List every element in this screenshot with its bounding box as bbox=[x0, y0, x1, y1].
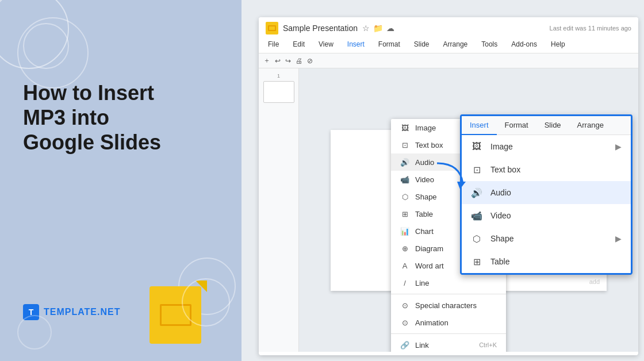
menu-edit[interactable]: Edit bbox=[290, 39, 307, 49]
menu-bar: File Edit View Insert Format Slide Arran… bbox=[266, 37, 631, 53]
arrow-annotation bbox=[431, 158, 471, 194]
title-icons: ☆ 📁 ☁ bbox=[362, 24, 394, 33]
slide-number: 1 bbox=[263, 73, 294, 79]
logo-text: TEMPLATE.NET bbox=[44, 307, 120, 317]
dd-line[interactable]: / Line bbox=[391, 274, 506, 291]
dd-special-chars[interactable]: ⊙ Special characters bbox=[391, 297, 506, 314]
left-panel: How to Insert MP3 into Google Slides T T… bbox=[0, 0, 241, 361]
divider-2 bbox=[391, 333, 506, 334]
slide-panel: 1 bbox=[259, 68, 299, 352]
slides-logo-inner bbox=[268, 25, 276, 31]
svg-marker-0 bbox=[457, 182, 466, 189]
menu-file[interactable]: File bbox=[266, 39, 281, 49]
toolbar-cursor[interactable]: ⊘ bbox=[307, 57, 313, 65]
toolbar-undo[interactable]: ↩ bbox=[275, 57, 281, 65]
bm-shape-icon: ⬡ bbox=[471, 233, 482, 244]
bm-image[interactable]: 🖼 Image ▶ bbox=[462, 135, 631, 158]
toolbar-plus[interactable]: ＋ bbox=[263, 56, 270, 66]
menu-help[interactable]: Help bbox=[549, 39, 568, 49]
image-icon: 🖼 bbox=[400, 123, 409, 132]
blue-tab-format[interactable]: Format bbox=[497, 116, 536, 135]
title-row: Sample Presentation ☆ 📁 ☁ Last edit was … bbox=[266, 22, 631, 34]
slide-thumbnail bbox=[263, 81, 294, 103]
bm-textbox[interactable]: ⊡ Text box bbox=[462, 158, 631, 181]
blue-menu: Insert Format Slide Arrange 🖼 Image ▶ ⊡ … bbox=[460, 114, 632, 275]
bm-textbox-icon: ⊡ bbox=[471, 164, 482, 175]
animation-icon: ⊙ bbox=[400, 318, 409, 327]
menu-addons[interactable]: Add-ons bbox=[509, 39, 539, 49]
dd-link[interactable]: 🔗 Link Ctrl+K bbox=[391, 336, 506, 352]
menu-insert[interactable]: Insert bbox=[345, 39, 367, 49]
file-icon bbox=[150, 281, 207, 344]
blue-tab-insert[interactable]: Insert bbox=[462, 116, 497, 135]
menu-arrange[interactable]: Arrange bbox=[441, 39, 470, 49]
audio-icon: 🔊 bbox=[400, 158, 409, 167]
bm-image-arrow: ▶ bbox=[615, 142, 622, 151]
slides-window: Sample Presentation ☆ 📁 ☁ Last edit was … bbox=[259, 17, 638, 355]
slides-logo bbox=[266, 22, 278, 34]
special-chars-icon: ⊙ bbox=[400, 301, 409, 310]
deco-circle-1 bbox=[0, 0, 69, 69]
link-shortcut: Ctrl+K bbox=[479, 341, 497, 348]
deco-circle-2 bbox=[23, 23, 69, 69]
main-title: How to Insert MP3 into Google Slides bbox=[23, 80, 161, 155]
bm-video-icon: 📹 bbox=[471, 210, 482, 221]
bm-image-icon: 🖼 bbox=[471, 141, 482, 152]
menu-tools[interactable]: Tools bbox=[479, 39, 500, 49]
bm-audio-icon: 🔊 bbox=[471, 187, 482, 198]
line-icon: / bbox=[400, 278, 409, 287]
main-area: 1 Click to add title Click to add subtit… bbox=[259, 68, 638, 352]
divider-1 bbox=[391, 294, 506, 294]
diagram-icon: ⊕ bbox=[400, 244, 409, 253]
star-icon[interactable]: ☆ bbox=[362, 24, 370, 33]
menu-format[interactable]: Format bbox=[376, 39, 402, 49]
bm-video[interactable]: 📹 Video bbox=[462, 204, 631, 227]
logo-box: T bbox=[23, 304, 39, 320]
toolbar: ＋ ↩ ↪ 🖨 ⊘ bbox=[259, 53, 638, 68]
title-bar: Sample Presentation ☆ 📁 ☁ Last edit was … bbox=[259, 17, 638, 53]
link-icon: 🔗 bbox=[400, 340, 409, 350]
bottom-section: T TEMPLATE.NET bbox=[23, 281, 218, 344]
blue-tab-slide[interactable]: Slide bbox=[536, 116, 569, 135]
toolbar-print[interactable]: 🖨 bbox=[296, 57, 302, 65]
dd-animation[interactable]: ⊙ Animation bbox=[391, 314, 506, 331]
bm-shape-arrow: ▶ bbox=[615, 234, 622, 243]
chart-icon: 📊 bbox=[400, 226, 409, 236]
toolbar-redo[interactable]: ↪ bbox=[285, 57, 291, 65]
canvas-area: Click to add title Click to add subtitle… bbox=[299, 68, 638, 352]
bm-table-icon: ⊞ bbox=[471, 256, 482, 267]
table-icon: ⊞ bbox=[400, 209, 409, 218]
bm-shape[interactable]: ⬡ Shape ▶ bbox=[462, 227, 631, 250]
bm-audio[interactable]: 🔊 Audio bbox=[462, 181, 631, 204]
last-edit: Last edit was 11 minutes ago bbox=[550, 25, 631, 32]
logo-area: T TEMPLATE.NET bbox=[23, 304, 120, 320]
wordart-icon: A bbox=[400, 261, 409, 270]
textbox-icon: ⊡ bbox=[400, 140, 409, 149]
menu-slide[interactable]: Slide bbox=[412, 39, 432, 49]
shape-icon: ⬡ bbox=[400, 192, 409, 201]
presentation-name: Sample Presentation bbox=[283, 24, 358, 33]
slide-right-text: add bbox=[589, 278, 600, 285]
cloud-icon[interactable]: ☁ bbox=[386, 24, 394, 33]
menu-view[interactable]: View bbox=[316, 39, 336, 49]
folder-icon[interactable]: 📁 bbox=[373, 24, 383, 33]
video-icon: 📹 bbox=[400, 175, 409, 184]
blue-menu-tabs: Insert Format Slide Arrange bbox=[462, 116, 631, 135]
file-body bbox=[150, 286, 201, 344]
slide-icon-inner bbox=[160, 304, 191, 326]
blue-tab-arrange[interactable]: Arrange bbox=[569, 116, 612, 135]
bm-table[interactable]: ⊞ Table bbox=[462, 250, 631, 273]
right-panel: Sample Presentation ☆ 📁 ☁ Last edit was … bbox=[241, 0, 644, 361]
